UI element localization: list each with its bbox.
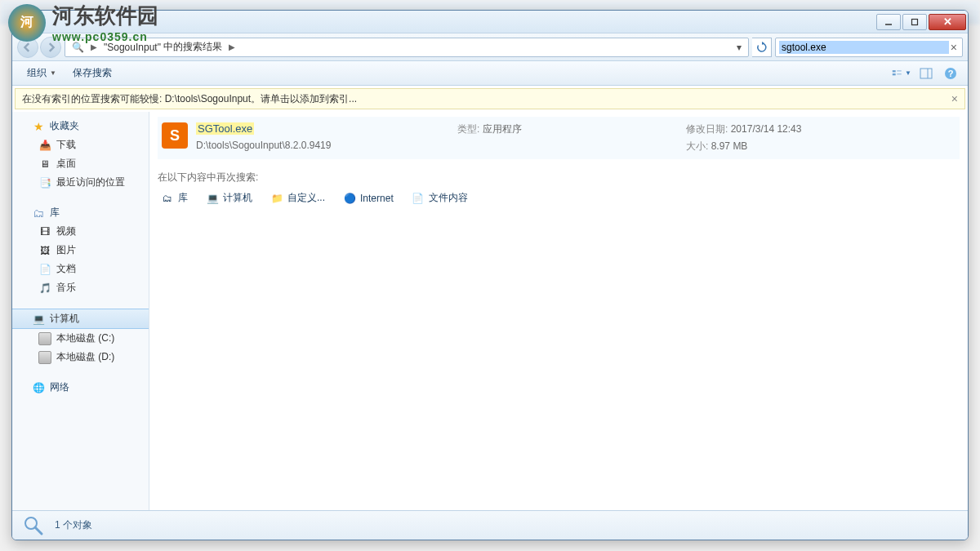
sidebar-network[interactable]: 🌐 网络	[12, 378, 149, 397]
svg-text:?: ?	[948, 69, 954, 78]
search-target-internet[interactable]: 🔵Internet	[340, 189, 397, 207]
svg-rect-1	[912, 19, 918, 24]
document-icon: 📄	[38, 263, 51, 276]
network-icon: 🌐	[32, 381, 45, 394]
date-label: 修改日期:	[686, 123, 728, 135]
search-target-custom[interactable]: 📁自定义...	[267, 189, 328, 207]
computer-icon: 💻	[206, 192, 219, 205]
type-label: 类型:	[457, 123, 479, 135]
search-result-row[interactable]: S SGTool.exe 类型: 应用程序 修改日期: 2017/3/14 12…	[158, 117, 960, 159]
toolbar: 组织▼ 保存搜索 ▼ ?	[12, 61, 968, 86]
internet-icon: 🔵	[343, 192, 356, 205]
close-button[interactable]: ✕	[929, 14, 966, 30]
search-target-computer[interactable]: 💻计算机	[203, 189, 256, 207]
sidebar-computer[interactable]: 💻 计算机	[12, 309, 149, 329]
forward-button[interactable]	[40, 37, 61, 58]
svg-rect-3	[893, 73, 896, 75]
chevron-down-icon: ▼	[905, 69, 911, 77]
organize-menu[interactable]: 组织▼	[19, 63, 65, 83]
star-icon: ★	[32, 120, 45, 133]
info-text: 在没有索引的位置搜索可能较慢: D:\tools\SogouInput。请单击以…	[22, 92, 357, 106]
chevron-down-icon: ▼	[50, 69, 56, 77]
picture-icon: 🖼	[38, 244, 51, 257]
sidebar-item-music[interactable]: 🎵音乐	[12, 278, 149, 297]
explorer-window: ✕ 🔍 ▶ "SogouInput" 中的搜索结果 ▶ ▾ × 组织▼ 保存搜索	[11, 10, 969, 540]
svg-rect-6	[920, 69, 932, 78]
search-icon	[22, 514, 45, 537]
drive-icon	[38, 351, 51, 364]
help-button[interactable]: ?	[940, 64, 961, 82]
search-again-label: 在以下内容中再次搜索:	[158, 171, 960, 184]
search-again-section: 在以下内容中再次搜索: 🗂库 💻计算机 📁自定义... 🔵Internet 📄文…	[158, 171, 960, 207]
sidebar-item-documents[interactable]: 📄文档	[12, 260, 149, 278]
svg-line-11	[35, 527, 42, 534]
drive-icon	[38, 332, 51, 345]
date-value: 2017/3/14 12:43	[731, 123, 802, 135]
app-icon: S	[162, 122, 188, 149]
chevron-right-icon: ▶	[227, 42, 237, 51]
clear-search-icon[interactable]: ×	[949, 41, 959, 54]
back-button[interactable]	[17, 37, 38, 58]
index-info-bar[interactable]: 在没有索引的位置搜索可能较慢: D:\tools\SogouInput。请单击以…	[15, 88, 965, 109]
minimize-button[interactable]	[876, 14, 901, 30]
chevron-right-icon: ▶	[89, 42, 99, 51]
sidebar-item-videos[interactable]: 🎞视频	[12, 222, 149, 241]
file-content-icon: 📄	[412, 192, 425, 205]
sidebar-libraries[interactable]: 🗂 库	[12, 203, 149, 222]
computer-icon: 💻	[32, 313, 45, 326]
breadcrumb-dropdown[interactable]: ▾	[732, 42, 746, 53]
preview-pane-button[interactable]	[915, 64, 937, 82]
file-path: D:\tools\SogouInput\8.2.0.9419	[196, 140, 441, 153]
view-options-button[interactable]: ▼	[891, 64, 912, 82]
sidebar-item-recent[interactable]: 📑最近访问的位置	[12, 173, 149, 192]
titlebar: ✕	[12, 11, 968, 33]
content-pane: S SGTool.exe 类型: 应用程序 修改日期: 2017/3/14 12…	[149, 112, 968, 510]
sidebar: ★ 收藏夹 📥下载 🖥桌面 📑最近访问的位置 🗂 库 🎞视频 🖼图片 📄文档 🎵…	[12, 112, 149, 510]
sidebar-item-pictures[interactable]: 🖼图片	[12, 241, 149, 260]
crumb-folder[interactable]: "SogouInput" 中的搜索结果	[99, 38, 227, 56]
video-icon: 🎞	[38, 225, 51, 238]
svg-rect-2	[893, 70, 896, 72]
sidebar-favorites[interactable]: ★ 收藏夹	[12, 117, 149, 136]
sidebar-item-drive-c[interactable]: 本地磁盘 (C:)	[12, 329, 149, 348]
search-target-filecontent[interactable]: 📄文件内容	[408, 189, 471, 207]
crumb-search-icon[interactable]: 🔍	[67, 38, 89, 56]
close-info-icon[interactable]: ×	[951, 92, 958, 105]
refresh-button[interactable]	[752, 38, 772, 57]
file-name: SGTool.exe	[196, 122, 254, 135]
breadcrumb[interactable]: 🔍 ▶ "SogouInput" 中的搜索结果 ▶ ▾	[65, 38, 749, 57]
sidebar-item-downloads[interactable]: 📥下载	[12, 136, 149, 154]
library-icon: 🗂	[32, 207, 45, 220]
search-input[interactable]	[779, 41, 949, 54]
navbar: 🔍 ▶ "SogouInput" 中的搜索结果 ▶ ▾ ×	[12, 33, 968, 61]
status-bar: 1 个对象	[12, 510, 968, 540]
download-icon: 📥	[38, 139, 51, 152]
desktop-icon: 🖥	[38, 158, 51, 171]
type-value: 应用程序	[483, 123, 522, 135]
size-label: 大小:	[686, 140, 708, 152]
sidebar-item-drive-d[interactable]: 本地磁盘 (D:)	[12, 348, 149, 367]
search-box[interactable]: ×	[775, 38, 963, 57]
size-value: 8.97 MB	[711, 140, 748, 152]
recent-icon: 📑	[38, 176, 51, 189]
maximize-button[interactable]	[902, 14, 927, 30]
music-icon: 🎵	[38, 282, 51, 295]
search-target-libraries[interactable]: 🗂库	[158, 189, 191, 207]
library-icon: 🗂	[161, 192, 174, 205]
status-text: 1 个对象	[55, 518, 92, 532]
sidebar-item-desktop[interactable]: 🖥桌面	[12, 154, 149, 173]
folder-icon: 📁	[270, 192, 283, 205]
save-search-button[interactable]: 保存搜索	[65, 63, 120, 83]
